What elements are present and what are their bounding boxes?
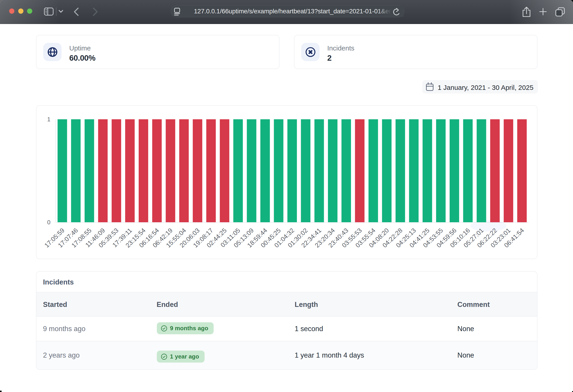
svg-text:127.0.0.1/66uptime/s/example/h: 127.0.0.1/66uptime/s/example/heartbeat/1… (194, 8, 396, 15)
